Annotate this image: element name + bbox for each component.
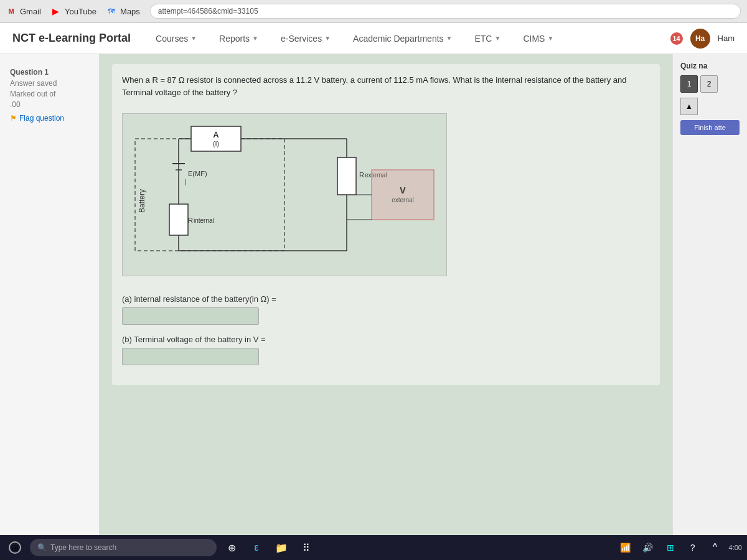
cims-arrow-icon: ▼ xyxy=(547,35,553,42)
taskbar-up-icon[interactable]: ^ xyxy=(707,539,724,556)
question-text: When a R = 87 Ω resistor is connected ac… xyxy=(122,74,650,98)
volume-icon: 🔊 xyxy=(642,543,653,553)
part-a-label: (a) internal resistance of the battery(i… xyxy=(122,294,650,304)
eservices-arrow-icon: ▼ xyxy=(324,35,331,42)
apps-icon: ⠿ xyxy=(303,542,310,554)
svg-rect-16 xyxy=(337,157,356,195)
quiz-nav-title: Quiz na xyxy=(680,62,740,70)
gmail-tab[interactable]: M Gmail xyxy=(6,6,41,16)
files-icon: 📁 xyxy=(275,542,288,554)
part-b-input[interactable] xyxy=(122,348,259,365)
marked-value: .00 xyxy=(10,100,89,109)
ammeter-a-label: A xyxy=(213,130,219,139)
left-sidebar: Question 1 Answer saved Marked out of .0… xyxy=(0,54,100,535)
taskbar: ⊞ 🔍 ⊕ ε 📁 ⠿ 📶 🔊 ⊞ ? ^ 4:00 xyxy=(0,535,747,560)
answer-section: (a) internal resistance of the battery(i… xyxy=(122,294,650,365)
gmail-tab-label: Gmail xyxy=(20,7,41,16)
nav-cims[interactable]: CIMS ▼ xyxy=(519,31,557,46)
quiz-nav-btn-1[interactable]: 1 xyxy=(680,75,698,93)
quiz-nav-up-btn[interactable]: ▲ xyxy=(680,98,698,115)
gmail-icon: M xyxy=(6,6,16,16)
circuit-svg: Battery E(MF) | R internal xyxy=(129,120,440,269)
ammeter-i-label: (I) xyxy=(213,140,219,147)
taskbar-apps-btn[interactable]: ⠿ xyxy=(296,538,316,558)
reports-arrow-icon: ▼ xyxy=(252,35,258,42)
edge-icon: ε xyxy=(254,542,258,553)
svg-text:|: | xyxy=(185,179,187,185)
search-icon: 🔍 xyxy=(37,543,47,552)
question-info: Question 1 Answer saved Marked out of .0… xyxy=(0,64,99,126)
site-logo: NCT e-Learning Portal xyxy=(12,32,131,45)
nav-bar: NCT e-Learning Portal Courses ▼ Reports … xyxy=(0,23,747,54)
quiz-nav-btn-2[interactable]: 2 xyxy=(700,75,718,93)
youtube-tab-label: YouTube xyxy=(65,7,96,16)
answer-status: Answer saved xyxy=(10,79,89,88)
taskbar-volume-icon[interactable]: 🔊 xyxy=(639,539,657,556)
maps-tab[interactable]: 🗺 Maps xyxy=(106,6,140,16)
nav-reports-label: Reports xyxy=(219,34,250,44)
nav-academic-label: Academic Departments xyxy=(353,34,444,44)
battery-label: Battery xyxy=(138,189,146,213)
start-button[interactable]: ⊞ xyxy=(5,538,25,558)
youtube-tab[interactable]: ▶ YouTube xyxy=(51,6,96,16)
taskbar-edge-btn[interactable]: ε xyxy=(247,538,266,558)
question-number: Question 1 xyxy=(10,68,89,77)
part-a-input[interactable] xyxy=(122,307,259,325)
nav-courses-label: Courses xyxy=(156,34,188,44)
nav-eservices-label: e-Services xyxy=(281,34,322,44)
maps-icon: 🗺 xyxy=(106,6,116,16)
rinternal-label: R xyxy=(188,217,193,224)
flag-icon: ⚑ xyxy=(10,114,17,123)
windows-icon: ⊞ xyxy=(667,543,674,553)
taskbar-right: 📶 🔊 ⊞ ? ^ 4:00 xyxy=(617,539,742,556)
nav-eservices[interactable]: e-Services ▼ xyxy=(277,31,334,46)
voltage-label: V xyxy=(400,185,406,195)
taskbar-files-btn[interactable]: 📁 xyxy=(271,538,291,558)
etc-arrow-icon: ▼ xyxy=(494,35,500,42)
quiz-nav-grid: 1 2 xyxy=(680,75,740,93)
nav-etc[interactable]: ETC ▼ xyxy=(471,31,504,46)
taskbar-search-box[interactable]: 🔍 xyxy=(30,539,217,556)
svg-text:internal: internal xyxy=(194,217,214,224)
url-bar[interactable]: attempt=464586&cmid=33105 xyxy=(150,4,741,19)
nav-academic[interactable]: Academic Departments ▼ xyxy=(349,31,456,46)
nav-right: 14 Ha Ham xyxy=(670,29,735,49)
taskbar-cortana-btn[interactable]: ⊕ xyxy=(222,538,242,558)
user-name: Ham xyxy=(718,34,735,43)
circuit-diagram: Battery E(MF) | R internal xyxy=(122,113,447,276)
nav-cims-label: CIMS xyxy=(523,34,545,44)
taskbar-help-icon[interactable]: ? xyxy=(684,539,702,556)
marked-out-of-label: Marked out of xyxy=(10,90,89,98)
taskbar-search-input[interactable] xyxy=(50,543,209,552)
content-area: When a R = 87 Ω resistor is connected ac… xyxy=(100,54,672,535)
taskbar-time: 4:00 xyxy=(729,544,742,551)
external-label: external xyxy=(392,197,414,203)
emf-label: E(MF) xyxy=(188,170,207,177)
academic-arrow-icon: ▼ xyxy=(446,35,453,42)
svg-rect-0 xyxy=(135,139,284,251)
quiz-sidebar: Quiz na 1 2 ▲ Finish atte xyxy=(672,54,747,535)
taskbar-wifi-icon[interactable]: 📶 xyxy=(617,539,634,556)
nav-reports[interactable]: Reports ▼ xyxy=(215,31,262,46)
browser-bar: M Gmail ▶ YouTube 🗺 Maps attempt=464586&… xyxy=(0,0,747,23)
part-b-label: (b) Terminal voltage of the battery in V… xyxy=(122,335,650,344)
youtube-icon: ▶ xyxy=(51,6,61,16)
expand-icon: ^ xyxy=(713,542,718,553)
notification-badge[interactable]: 14 xyxy=(670,32,683,45)
courses-arrow-icon: ▼ xyxy=(190,35,197,42)
finish-attempt-button[interactable]: Finish atte xyxy=(680,120,740,135)
url-text: attempt=464586&cmid=33105 xyxy=(158,7,258,16)
nav-courses[interactable]: Courses ▼ xyxy=(152,31,200,46)
start-icon: ⊞ xyxy=(9,541,21,554)
help-icon: ? xyxy=(690,543,695,553)
cortana-icon: ⊕ xyxy=(228,542,236,554)
taskbar-windows-icon[interactable]: ⊞ xyxy=(662,539,679,556)
question-card: When a R = 87 Ω resistor is connected ac… xyxy=(112,64,660,385)
svg-rect-7 xyxy=(169,204,188,235)
user-avatar[interactable]: Ha xyxy=(690,29,710,49)
maps-tab-label: Maps xyxy=(120,7,140,16)
nav-etc-label: ETC xyxy=(474,34,492,44)
rexternal-label: R xyxy=(359,171,364,179)
flag-label: Flag question xyxy=(19,114,64,123)
flag-question-button[interactable]: ⚑ Flag question xyxy=(10,114,89,123)
